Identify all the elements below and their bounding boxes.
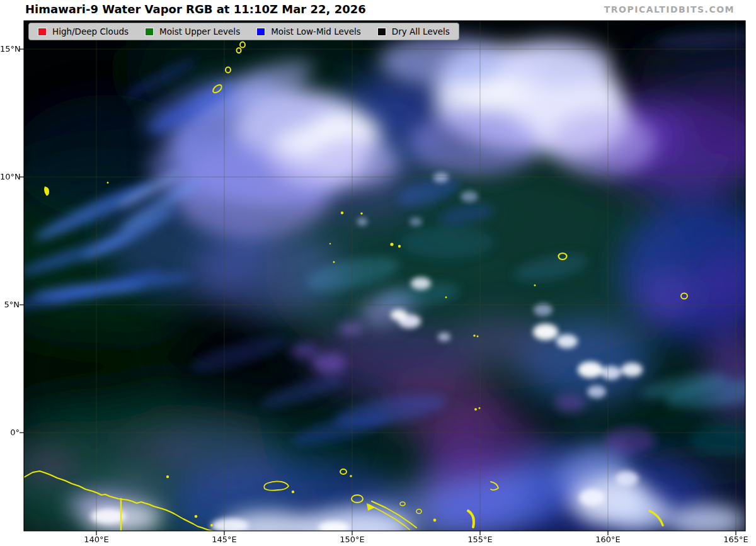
lat-label-5n: 5°N	[0, 300, 20, 309]
legend-label: Dry All Levels	[392, 26, 450, 37]
legend-label: Moist Upper Levels	[159, 26, 240, 37]
lon-label-145e: 145°E	[199, 535, 249, 544]
lon-label-155e: 155°E	[455, 535, 505, 544]
legend-item-moist-low-mid: Moist Low-Mid Levels	[256, 26, 361, 37]
legend-bar: High/Deep Clouds Moist Upper Levels Mois…	[28, 23, 459, 40]
legend-item-dry-all-levels: Dry All Levels	[377, 26, 450, 37]
legend-swatch-blue	[256, 28, 265, 36]
lon-label-150e: 150°E	[327, 535, 377, 544]
legend-swatch-red	[38, 28, 47, 36]
lat-label-0: 0°	[0, 428, 20, 437]
lat-label-10n: 10°N	[0, 172, 20, 181]
lon-label-165e: 165°E	[711, 535, 756, 544]
lon-label-160e: 160°E	[583, 535, 633, 544]
legend-label: Moist Low-Mid Levels	[271, 26, 361, 37]
lon-label-140e: 140°E	[71, 535, 122, 544]
legend-item-moist-upper: Moist Upper Levels	[145, 26, 240, 37]
screenshot-root: Himawari-9 Water Vapor RGB at 11:10Z Mar…	[0, 0, 756, 546]
lat-label-15n: 15°N	[0, 44, 20, 54]
legend-swatch-green	[145, 28, 154, 36]
satellite-map-image	[0, 0, 756, 546]
legend-label: High/Deep Clouds	[52, 26, 129, 37]
legend-swatch-black	[377, 28, 386, 36]
legend-item-high-deep-clouds: High/Deep Clouds	[38, 26, 129, 37]
